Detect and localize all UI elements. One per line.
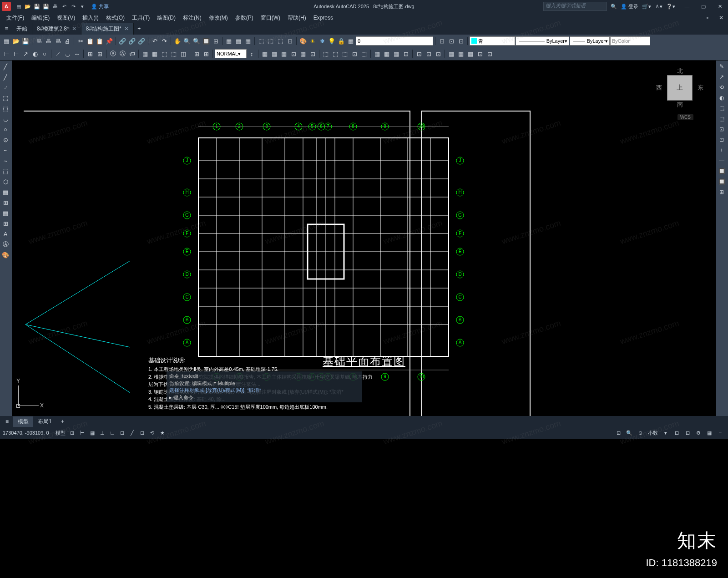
ico[interactable]: ▦	[466, 49, 475, 58]
tabs-menu-icon[interactable]: ≡	[1, 417, 13, 426]
ico[interactable]: ⊞	[202, 49, 211, 58]
ico[interactable]: ⊡	[415, 49, 424, 58]
spline-icon[interactable]: ~	[0, 145, 11, 155]
menu-file[interactable]: 文件(F)	[3, 13, 28, 23]
pan-icon[interactable]: ✋	[173, 36, 182, 46]
ico[interactable]: ▦	[373, 49, 382, 58]
ico[interactable]: ▦	[456, 49, 465, 58]
ico[interactable]: ⬚	[359, 49, 369, 58]
paint-icon[interactable]: 🎨	[0, 250, 11, 260]
dimtedit-icon[interactable]: ▦	[150, 49, 159, 58]
ico[interactable]: ▦	[260, 49, 269, 58]
status-ico[interactable]: ▾	[661, 428, 671, 437]
plot-icon[interactable]: 🖶	[34, 36, 43, 46]
sun-icon[interactable]: ☀	[308, 36, 317, 46]
ico[interactable]: ⊡	[308, 49, 317, 58]
linetype-dropdown[interactable]: ByLayer ▾	[516, 36, 569, 46]
status-model-badge[interactable]: 模型	[54, 430, 67, 436]
dim-diameter-icon[interactable]: ⟋	[53, 49, 62, 58]
close-icon[interactable]: ✕	[124, 25, 129, 32]
menu-window[interactable]: 窗口(W)	[257, 13, 284, 23]
dimedit-icon[interactable]: ▦	[141, 49, 150, 58]
ico[interactable]: ⊡	[434, 49, 443, 58]
status-ico[interactable]: ⊡	[672, 428, 682, 437]
open-icon[interactable]: 📂	[11, 36, 20, 46]
close-button[interactable]: ✕	[712, 0, 728, 13]
leader-icon[interactable]: Ⓐ	[108, 49, 117, 58]
ico[interactable]: ⊡	[485, 49, 494, 58]
copy-icon[interactable]: 📋	[86, 36, 95, 46]
doc-minimize-icon[interactable]: —	[687, 14, 701, 22]
tab-file-1[interactable]: 8#楼建筑2.8*✕	[32, 23, 81, 35]
dim-ordinate-icon[interactable]: ◐	[30, 49, 40, 58]
ico[interactable]: ⊡	[289, 49, 298, 58]
props-icon[interactable]: ▦	[224, 36, 233, 46]
share-button[interactable]: 👤 共享	[91, 3, 109, 10]
dim-radius-icon[interactable]: ○	[40, 49, 49, 58]
tab-file-2[interactable]: 8#结构施工图*✕	[81, 23, 134, 35]
layer-tool-icon[interactable]: ⊡	[437, 36, 446, 46]
viewcube-top[interactable]: 上	[667, 75, 693, 101]
minimize-button[interactable]: —	[679, 0, 695, 13]
mtext-icon[interactable]: A	[0, 229, 11, 239]
ico[interactable]: ⬚	[331, 49, 340, 58]
qat-undo-icon[interactable]: ↶	[60, 2, 68, 10]
menu-insert[interactable]: 插入(I)	[79, 13, 102, 23]
block-edit-icon[interactable]: 🔗	[137, 36, 146, 46]
ellipse-icon[interactable]: ~	[0, 156, 11, 166]
dim-aligned-icon[interactable]: ⊢	[11, 49, 20, 58]
snap-icon[interactable]: ⊢	[77, 428, 87, 437]
ico[interactable]: ⊞	[192, 49, 201, 58]
viewcube-south[interactable]: 南	[677, 101, 683, 109]
new-layout-button[interactable]: +	[56, 417, 69, 426]
otrack-icon[interactable]: ╱	[127, 428, 137, 437]
login-button[interactable]: 👤 登录	[621, 3, 638, 10]
ortho-icon[interactable]: ▦	[87, 428, 97, 437]
color-dropdown[interactable]: 青	[470, 36, 515, 46]
cut-icon[interactable]: ✂	[76, 36, 85, 46]
customize-icon[interactable]: ≡	[715, 428, 725, 437]
maximize-button[interactable]: ▢	[695, 0, 712, 13]
donut-icon[interactable]: ⊙	[0, 135, 11, 145]
tab-layout1[interactable]: 布局1	[33, 416, 56, 427]
dim-continue-icon[interactable]: ⊞	[95, 49, 104, 58]
block-icon[interactable]: 🔗	[118, 36, 127, 46]
viewcube-east[interactable]: 东	[698, 84, 703, 92]
grid-snap-icon[interactable]: ⊞	[67, 428, 77, 437]
block-icon[interactable]: ⬚	[0, 166, 11, 176]
menu-tools[interactable]: 工具(T)	[128, 13, 153, 23]
point-icon[interactable]: ⬡	[0, 177, 11, 187]
region-icon[interactable]: ▦	[0, 208, 11, 218]
dim-style-icon[interactable]: ◫	[179, 49, 188, 58]
table-icon[interactable]: ⊞	[0, 218, 11, 228]
qat-saveas-icon[interactable]: 💾	[42, 2, 50, 10]
menu-parametric[interactable]: 参数(P)	[232, 13, 257, 23]
tab-start[interactable]: 开始	[12, 23, 32, 35]
search-input[interactable]: 键入关键字或短语	[543, 2, 607, 11]
status-ico[interactable]: ▦	[704, 428, 714, 437]
freeze-icon[interactable]: ❄	[318, 36, 327, 46]
ico[interactable]: ⬚	[340, 49, 349, 58]
tabs-menu-icon[interactable]: ≡	[1, 25, 12, 32]
3dosnap-icon[interactable]: ⊡	[117, 428, 127, 437]
circle-icon[interactable]: ○	[0, 124, 11, 134]
image-icon[interactable]: ⬚	[266, 36, 275, 46]
tab-model[interactable]: 模型	[13, 416, 33, 427]
dim-update-icon[interactable]: ⬚	[160, 49, 169, 58]
zoom-win-icon[interactable]: 🔍	[192, 36, 201, 46]
lineweight-dropdown[interactable]: ByLayer ▾	[570, 36, 610, 46]
ray-icon[interactable]: ╱	[0, 72, 11, 82]
apps-icon[interactable]: Ａ▾	[655, 3, 662, 10]
new-tab-button[interactable]: +	[134, 25, 145, 32]
command-line[interactable]: 命令: textedit 当前设置: 编辑模式 = Multiple 选择注释对…	[167, 371, 362, 402]
doc-close-icon[interactable]: ✕	[714, 14, 728, 22]
line-icon[interactable]: ╱	[0, 61, 11, 71]
viewcube-north[interactable]: 北	[677, 67, 683, 75]
publish-icon[interactable]: 🖶	[53, 36, 62, 46]
ico[interactable]: ▦	[392, 49, 401, 58]
block-insert-icon[interactable]: 🔗	[127, 36, 136, 46]
menu-view[interactable]: 视图(V)	[53, 13, 79, 23]
units-label[interactable]: 小数	[646, 430, 660, 436]
render-icon[interactable]: 🎨	[298, 36, 308, 46]
tolerance-icon[interactable]: Ⓐ	[118, 49, 127, 58]
